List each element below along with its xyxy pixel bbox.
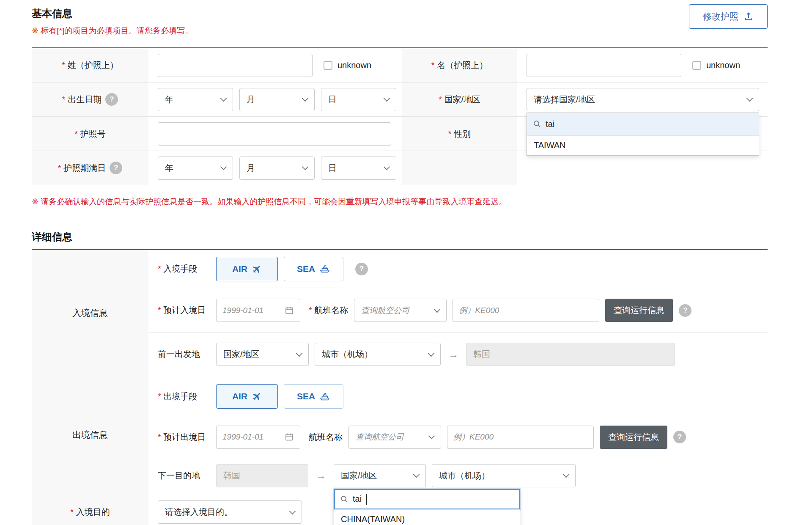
expiry-month-value: 月 [247, 162, 255, 174]
entry-air-button[interactable]: AIR [216, 257, 278, 281]
empty-label-cell [402, 151, 517, 185]
help-icon[interactable]: ? [355, 263, 368, 275]
passport-no-label: 护照号 [74, 128, 105, 140]
sea-label: SEA [297, 391, 315, 401]
text-cursor [366, 494, 367, 505]
help-icon[interactable]: ? [679, 304, 691, 317]
entry-airline-select[interactable]: 查询航空公司 [354, 299, 447, 322]
entry-sea-button[interactable]: SEA [284, 257, 343, 281]
birth-year-select[interactable]: 年 [158, 88, 233, 111]
next-origin-korea: 韩国 [216, 464, 308, 487]
birthdate-label: 出生日期 [62, 94, 102, 105]
prev-country-select[interactable]: 国家/地区 [216, 343, 309, 366]
next-city-select[interactable]: 城市（机场） [432, 464, 576, 487]
chevron-down-icon [289, 508, 296, 514]
destination-search-input[interactable]: tai [334, 489, 520, 509]
country-dropdown: tai TAIWAN [527, 113, 759, 156]
chevron-down-icon [746, 95, 753, 102]
basic-info-header: 基本信息 ※ 标有[*]的项目为必填项目。请您务必填写。 修改护照 [32, 0, 768, 36]
birth-year-value: 年 [165, 94, 173, 105]
expiry-month-select[interactable]: 月 [239, 157, 315, 180]
purpose-label-cell: 入境目的 [32, 494, 148, 525]
exit-date-label: 预计出境日 [158, 432, 210, 443]
entry-query-flight-button[interactable]: 查询运行信息 [605, 299, 673, 322]
previous-departure-row: 前一出发地 国家/地区 城市（机场） → 韩国 [148, 333, 768, 376]
passport-expiry-field-cell: 年 月 日 [148, 151, 402, 185]
entry-airline-value: 查询航空公司 [361, 305, 409, 316]
exit-flight-placeholder: 例）KE000 [453, 432, 494, 443]
chevron-down-icon [563, 471, 570, 478]
givenname-unknown-checkbox[interactable] [692, 61, 701, 70]
entry-flight-input[interactable]: 例）KE000 [453, 299, 599, 322]
purpose-select[interactable]: 请选择入境目的。 [158, 500, 302, 524]
exit-air-button[interactable]: AIR [216, 384, 278, 409]
entry-method-row: 入境手段 AIR SEA ? [148, 250, 768, 288]
chevron-down-icon [296, 350, 303, 357]
expiry-year-select[interactable]: 年 [158, 157, 233, 180]
passport-no-input[interactable] [158, 122, 391, 146]
plane-icon [252, 391, 262, 401]
country-option-taiwan[interactable]: TAIWAN [527, 135, 759, 155]
passport-expiry-selects: 年 月 日 [158, 157, 396, 180]
birthdate-selects: 年 月 日 [158, 88, 396, 111]
chevron-down-icon [434, 306, 441, 313]
detail-info-title: 详细信息 [32, 230, 768, 244]
entry-date-input[interactable]: 1999-01-01 [216, 299, 300, 322]
givenname-input[interactable] [527, 54, 681, 77]
exit-date-value: 1999-01-01 [222, 432, 263, 442]
calendar-icon[interactable] [285, 432, 294, 442]
entry-method-label: 入境手段 [158, 263, 210, 275]
birthdate-label-cell: 出生日期 ? [32, 82, 148, 117]
basic-info-title: 基本信息 [32, 7, 768, 20]
destination-option-china-taiwan[interactable]: CHINA(TAIWAN) [334, 509, 520, 525]
exit-query-flight-button[interactable]: 查询运行信息 [600, 426, 667, 449]
chevron-down-icon [428, 433, 435, 440]
chevron-down-icon [384, 95, 390, 102]
edit-passport-button[interactable]: 修改护照 [689, 4, 768, 29]
exit-airline-value: 查询航空公司 [356, 432, 404, 443]
next-country-select[interactable]: 国家/地区 [334, 464, 426, 487]
entry-date-row: 预计入境日 1999-01-01 航班名称 查询航空公司 例）KE000 查询运… [148, 288, 768, 333]
help-icon[interactable]: ? [110, 162, 122, 174]
surname-field-cell: unknown [148, 48, 402, 82]
help-icon[interactable]: ? [105, 93, 118, 106]
exit-method-row: 出境手段 AIR SEA [148, 376, 768, 417]
help-icon[interactable]: ? [673, 431, 686, 443]
prev-city-value: 城市（机场） [322, 349, 373, 360]
exit-sea-button[interactable]: SEA [284, 384, 343, 409]
arrow-right-icon: → [448, 349, 458, 360]
empty-field-cell [517, 151, 768, 185]
destination-dropdown: tai CHINA(TAIWAN) [334, 489, 520, 525]
required-note: ※ 标有[*]的项目为必填项目。请您务必填写。 [32, 25, 768, 36]
expiry-day-select[interactable]: 日 [321, 157, 396, 180]
chevron-down-icon [384, 164, 390, 170]
surname-unknown-checkbox[interactable] [324, 61, 332, 70]
detail-info-table: 入境信息 入境手段 AIR SEA ? 预计入境日 1999-01-01 航班名… [32, 249, 768, 525]
air-label: AIR [232, 264, 247, 274]
givenname-unknown-label: unknown [706, 60, 740, 70]
country-field-cell: 请选择国家/地区 tai TAIWAN [517, 82, 768, 117]
birth-day-select[interactable]: 日 [321, 88, 396, 111]
exit-date-input[interactable]: 1999-01-01 [216, 426, 300, 449]
calendar-icon[interactable] [285, 306, 294, 315]
givenname-field-cell: unknown [517, 48, 768, 82]
prev-city-select[interactable]: 城市（机场） [315, 343, 441, 366]
gender-label: 性别 [448, 128, 471, 140]
country-select[interactable]: 请选择国家/地区 [527, 88, 759, 111]
next-country-value: 国家/地区 [341, 470, 377, 481]
chevron-down-icon [302, 164, 309, 170]
exit-flight-input[interactable]: 例）KE000 [447, 426, 594, 449]
chevron-down-icon [302, 95, 309, 102]
country-search-input[interactable]: tai [527, 113, 759, 135]
purpose-value: 请选择入境目的。 [165, 506, 233, 518]
ship-icon [319, 392, 330, 401]
chevron-down-icon [413, 471, 420, 478]
givenname-label: 名（护照上） [431, 60, 488, 71]
birth-month-select[interactable]: 月 [239, 88, 315, 111]
passport-expiry-label-cell: 护照期满日 ? [32, 151, 148, 185]
exit-airline-select[interactable]: 查询航空公司 [348, 426, 441, 449]
surname-input[interactable] [158, 54, 313, 77]
destination-search-value: tai [353, 494, 362, 504]
search-icon [533, 120, 541, 128]
next-country-select-wrap: 国家/地区 tai CHINA(TAIWAN) [334, 464, 426, 487]
